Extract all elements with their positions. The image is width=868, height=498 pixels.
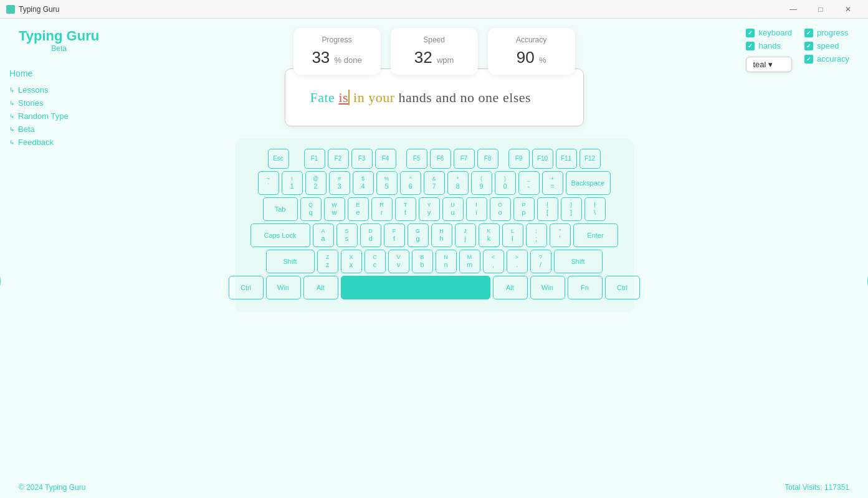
key-f6[interactable]: F6 — [430, 149, 451, 169]
key-f10[interactable]: F10 — [532, 149, 553, 169]
key-space[interactable] — [341, 276, 490, 299]
key-k[interactable]: Kk — [479, 223, 500, 247]
key-t[interactable]: Tt — [395, 197, 416, 221]
sidebar-item-lessons[interactable]: ↳ Lessons — [9, 83, 69, 96]
key-f7[interactable]: F7 — [454, 149, 475, 169]
key-n[interactable]: Nn — [436, 250, 457, 273]
key-f4[interactable]: F4 — [375, 149, 396, 169]
keyboard: Esc F1 F2 F3 F4 F5 F6 F7 F8 F9 F10 F11 F… — [235, 139, 634, 312]
key-a[interactable]: Aa — [313, 223, 334, 247]
key-q[interactable]: Qq — [300, 197, 322, 221]
key-6[interactable]: ^6 — [400, 171, 421, 195]
close-button[interactable]: ✕ — [834, 0, 862, 19]
key-1[interactable]: !1 — [282, 171, 303, 195]
checkbox-progress[interactable]: progress — [804, 28, 849, 37]
key-f8[interactable]: F8 — [477, 149, 498, 169]
key-enter[interactable]: Enter — [573, 223, 618, 247]
sidebar-item-beta[interactable]: ↳ Beta — [9, 123, 69, 136]
key-f9[interactable]: F9 — [508, 149, 530, 169]
hands-label: hands — [758, 41, 780, 50]
key-p[interactable]: Pp — [513, 197, 535, 221]
key-l[interactable]: Ll — [502, 223, 523, 247]
key-8[interactable]: *8 — [447, 171, 469, 195]
key-4[interactable]: $4 — [353, 171, 374, 195]
key-5[interactable]: %5 — [376, 171, 398, 195]
key-alt-right[interactable]: Alt — [493, 276, 528, 299]
key-slash[interactable]: ?/ — [530, 250, 551, 273]
key-r[interactable]: Rr — [371, 197, 393, 221]
key-shift-right[interactable]: Shift — [554, 250, 603, 273]
key-rbracket[interactable]: }] — [561, 197, 582, 221]
key-i[interactable]: Ii — [466, 197, 487, 221]
key-alt-left[interactable]: Alt — [303, 276, 338, 299]
key-lbracket[interactable]: {[ — [537, 197, 558, 221]
key-shift-left[interactable]: Shift — [266, 250, 315, 273]
key-0[interactable]: )0 — [495, 171, 516, 195]
app-name: Typing Guru — [19, 28, 99, 44]
titlebar: Typing Guru — □ ✕ — [0, 0, 868, 19]
copyright: © 2024 Typing Guru — [19, 483, 85, 492]
checkbox-speed[interactable]: speed — [804, 41, 849, 50]
key-g[interactable]: Gg — [408, 223, 429, 247]
key-win-left[interactable]: Win — [266, 276, 301, 299]
key-f[interactable]: Ff — [384, 223, 405, 247]
key-f1[interactable]: F1 — [304, 149, 325, 169]
key-ctrl-left[interactable]: Ctrl — [229, 276, 264, 299]
key-s[interactable]: Ss — [336, 223, 358, 247]
key-f3[interactable]: F3 — [351, 149, 373, 169]
key-f2[interactable]: F2 — [328, 149, 349, 169]
key-j[interactable]: Jj — [455, 223, 476, 247]
key-m[interactable]: Mm — [459, 250, 480, 273]
key-backspace[interactable]: Backspace — [566, 171, 611, 195]
key-x[interactable]: Xx — [341, 250, 362, 273]
checkbox-keyboard[interactable]: keyboard — [746, 28, 791, 37]
key-7[interactable]: &7 — [424, 171, 445, 195]
sidebar-item-random-type[interactable]: ↳ Random Type — [9, 110, 69, 123]
key-comma[interactable]: <, — [483, 250, 504, 273]
key-period[interactable]: >. — [507, 250, 528, 273]
theme-dropdown[interactable]: teal ▾ — [746, 57, 791, 72]
key-capslock[interactable]: Caps Lock — [250, 223, 310, 247]
typed-error: is — [338, 90, 348, 105]
key-minus[interactable]: _- — [518, 171, 540, 195]
app-title: Typing Guru Beta — [19, 28, 99, 53]
key-b[interactable]: Bb — [412, 250, 433, 273]
key-backslash[interactable]: |\ — [584, 197, 606, 221]
minimize-button[interactable]: — — [780, 0, 807, 19]
key-w[interactable]: Ww — [324, 197, 345, 221]
key-d[interactable]: Dd — [360, 223, 381, 247]
accuracy-card: Accuracy 90 % — [488, 28, 575, 75]
key-e[interactable]: Ee — [348, 197, 369, 221]
key-ctrl-right[interactable]: Ctrl — [605, 276, 640, 299]
key-y[interactable]: Yy — [419, 197, 440, 221]
checkbox-hands[interactable]: hands — [746, 41, 791, 50]
maximize-button[interactable]: □ — [807, 0, 834, 19]
key-win-right[interactable]: Win — [530, 276, 565, 299]
key-semicolon[interactable]: :; — [526, 223, 547, 247]
key-quote[interactable]: "' — [550, 223, 571, 247]
key-u[interactable]: Uu — [442, 197, 464, 221]
key-3[interactable]: #3 — [329, 171, 350, 195]
key-fn[interactable]: Fn — [568, 276, 603, 299]
key-h[interactable]: Hh — [431, 223, 452, 247]
key-tilde[interactable]: ~` — [258, 171, 279, 195]
key-tab[interactable]: Tab — [263, 197, 298, 221]
key-2[interactable]: @2 — [305, 171, 327, 195]
sidebar: Home ↳ Lessons ↳ Stories ↳ Random Type ↳… — [9, 68, 69, 149]
key-o[interactable]: Oo — [490, 197, 511, 221]
sidebar-home[interactable]: Home — [9, 68, 69, 78]
qwerty-row: Tab Qq Ww Ee Rr Tt Yy Uu Ii Oo Pp {[ }] … — [247, 197, 621, 221]
key-9[interactable]: (9 — [471, 171, 492, 195]
key-v[interactable]: Vv — [388, 250, 409, 273]
typing-box[interactable]: Fate is in your hands and no one elses — [285, 68, 584, 126]
key-c[interactable]: Cc — [365, 250, 386, 273]
checkbox-accuracy[interactable]: accuracy — [804, 54, 849, 63]
key-f12[interactable]: F12 — [579, 149, 601, 169]
key-z[interactable]: Zz — [317, 250, 338, 273]
settings-col-left: keyboard hands teal ▾ — [746, 28, 791, 72]
key-f5[interactable]: F5 — [406, 149, 427, 169]
sidebar-item-stories[interactable]: ↳ Stories — [9, 96, 69, 110]
key-esc[interactable]: Esc — [268, 149, 289, 169]
key-equals[interactable]: += — [542, 171, 563, 195]
key-f11[interactable]: F11 — [556, 149, 577, 169]
